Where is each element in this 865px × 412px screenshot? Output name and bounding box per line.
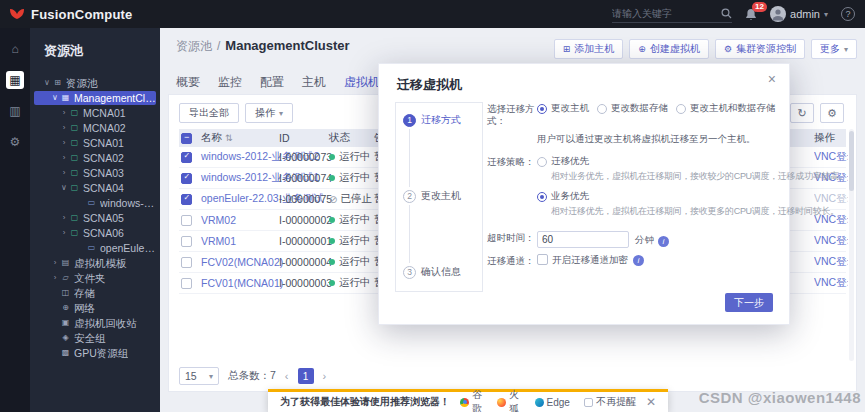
mode-radio-option[interactable]: 更改主机和数据存储 [676,102,776,115]
tree-node[interactable]: ›▢SCNA03 [34,166,156,180]
breadcrumb-root[interactable]: 资源池 [176,38,212,55]
action-button-add-host[interactable]: ⊞添加主机 [554,39,624,59]
row-checkbox[interactable] [181,215,192,226]
tree-node[interactable]: ›▢SCNA01 [34,136,156,150]
wizard-step-2[interactable]: 2更改主机 [403,187,461,205]
prev-page-icon[interactable]: ‹ [285,370,289,382]
dismiss-checkbox[interactable] [584,398,593,407]
wizard-step-1[interactable]: 1迁移方式 [403,111,461,129]
tree-caret-icon[interactable]: › [50,271,60,285]
tree-node[interactable]: ∨⊞资源池 [34,76,156,90]
tree-node[interactable]: ›▢MCNA01 [34,106,156,120]
col-status[interactable]: 状态 [329,129,379,147]
radio-icon[interactable] [597,104,607,114]
tree-node[interactable]: ▣虚拟机回收站 [34,316,156,330]
mode-radio-option[interactable]: 更改主机 [537,102,589,115]
tree-node[interactable]: ◫存储 [34,286,156,300]
mode-radio-option[interactable]: 更改数据存储 [597,102,668,115]
global-search[interactable] [612,5,732,23]
tree-node[interactable]: ›▢SCNA06 [34,226,156,240]
tree-node[interactable]: ›▱文件夹 [34,271,156,285]
home-icon[interactable]: ⌂ [6,40,24,58]
tree-node[interactable]: ›▢SCNA05 [34,211,156,225]
radio-label: 更改主机和数据存储 [690,102,776,115]
vnc-login-link[interactable]: VNC登录 [814,276,848,290]
tree-node[interactable]: ▩GPU资源组 [34,346,156,360]
row-checkbox[interactable] [181,236,192,247]
browser-link-火狐[interactable]: 火狐 [497,388,524,412]
tree-node[interactable]: ▭openEuler-22.03-... [34,241,156,255]
tree-caret-icon[interactable]: › [59,166,69,180]
vnc-login-link[interactable]: VNC登录 [814,255,848,269]
action-dropdown-button[interactable]: 操作▾ [245,103,293,123]
tree-node[interactable]: ›▤虚拟机模板 [34,256,156,270]
page-number[interactable]: 1 [298,368,314,384]
tree-caret-icon[interactable]: › [59,136,69,150]
refresh-button[interactable]: ↻ [790,103,814,123]
page-size-select[interactable]: 15▾ [179,367,219,385]
column-settings-button[interactable]: ⚙ [820,103,844,123]
resource-pool-icon[interactable]: ▦ [6,71,24,89]
channel-encrypt-checkbox[interactable] [537,254,548,265]
timeout-input[interactable] [537,231,629,248]
vm-name-link[interactable]: FCV01(MCNA01) [201,277,283,289]
wizard-step-3[interactable]: 3确认信息 [403,263,461,281]
radio-icon[interactable] [537,104,547,114]
strategy-radio-option[interactable]: 迁移优先 [537,155,848,168]
col-name[interactable]: 名称 [201,131,222,145]
dismiss-option[interactable]: 不再提醒 [584,395,636,409]
channel-info-icon[interactable]: i [633,255,644,266]
browser-link-谷歌[interactable]: 谷歌 [460,388,487,412]
tree-node[interactable]: ›▢SCNA02 [34,151,156,165]
browser-link-Edge[interactable]: Edge [535,397,570,408]
tree-caret-icon[interactable]: ∨ [50,91,60,105]
action-button-more[interactable]: 更多▾ [811,39,857,59]
table-scrollbar[interactable] [849,129,854,361]
radio-icon[interactable] [676,104,686,114]
radio-icon[interactable] [537,192,547,202]
notice-close-icon[interactable]: ✕ [646,395,656,409]
sort-icon[interactable]: ⇅ [225,133,233,143]
row-checkbox[interactable] [181,278,192,289]
fusioncompute-app: FusionCompute 12 admin ▾ ? ⌂▦▥⚙ [0,0,865,412]
tree-caret-icon[interactable]: › [50,256,60,270]
tree-node[interactable]: ▭windows-2012-... [34,196,156,210]
search-icon[interactable] [721,8,732,19]
tree-caret-icon[interactable]: › [59,226,69,240]
tree-node[interactable]: ∨▢SCNA04 [34,181,156,195]
user-menu[interactable]: admin ▾ [770,6,828,22]
tree-node[interactable]: ∨▦ManagementCluster [34,91,156,105]
tree-node[interactable]: ⊕网络 [34,301,156,315]
vm-name-link[interactable]: VRM02 [201,214,236,226]
notifications-bell-icon[interactable]: 12 [745,8,757,21]
strategy-radio-option[interactable]: 业务优先 [537,190,848,203]
row-checkbox[interactable] [181,194,192,205]
dialog-close-icon[interactable]: × [768,71,776,87]
export-all-button[interactable]: 导出全部 [179,103,239,123]
row-checkbox[interactable] [181,152,192,163]
tree-caret-icon[interactable]: ∨ [42,76,52,90]
vm-name-link[interactable]: FCV02(MCNA02) [201,256,283,268]
vnc-login-link[interactable]: VNC登录 [814,234,848,248]
radio-icon[interactable] [537,157,547,167]
tree-caret-icon[interactable]: ∨ [59,181,69,195]
tree-caret-icon[interactable]: › [59,106,69,120]
help-icon[interactable]: ? [841,7,855,21]
action-button-resource-control[interactable]: ⚙集群资源控制 [715,39,805,59]
next-step-button[interactable]: 下一步 [725,293,773,312]
system-icon[interactable]: ⚙ [6,133,24,151]
tree-node[interactable]: ◈安全组 [34,331,156,345]
row-checkbox[interactable] [181,173,192,184]
tree-node[interactable]: ›▢MCNA02 [34,121,156,135]
row-checkbox[interactable] [181,257,192,268]
action-button-create-vm[interactable]: ⊕创建虚拟机 [629,39,709,59]
monitor-icon[interactable]: ▥ [6,102,24,120]
search-input[interactable] [612,8,717,19]
timeout-info-icon[interactable]: i [658,236,669,247]
tree-caret-icon[interactable]: › [59,151,69,165]
select-all-checkbox[interactable] [181,133,192,144]
next-page-icon[interactable]: › [323,370,327,382]
vm-name-link[interactable]: VRM01 [201,235,236,247]
tree-caret-icon[interactable]: › [59,121,69,135]
tree-caret-icon[interactable]: › [59,211,69,225]
